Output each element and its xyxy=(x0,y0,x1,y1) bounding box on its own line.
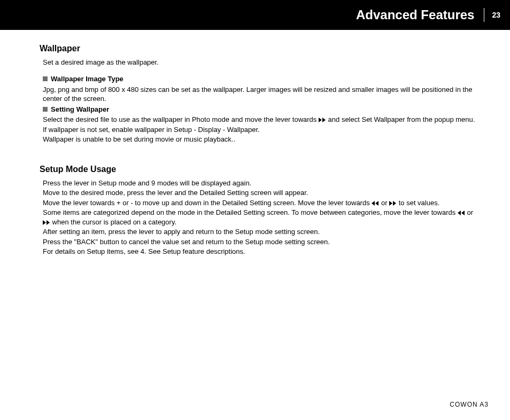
setup-line1: Press the lever in Setup mode and 9 mode… xyxy=(43,178,478,188)
setting-wallpaper-line2: If wallpaper is not set, enable wallpape… xyxy=(43,125,478,135)
setup-line2: Move to the desired mode, press the leve… xyxy=(43,188,478,198)
setup-line3: Move the lever towards + or - to move up… xyxy=(43,198,478,208)
wallpaper-intro: Set a desired image as the wallpaper. xyxy=(43,58,478,67)
setting-wallpaper-block: Setting Wallpaper Select the desired fil… xyxy=(43,105,478,144)
footer-brand: COWON A3 xyxy=(450,401,489,408)
setup-line5: After setting an item, press the lever t… xyxy=(43,227,478,237)
wallpaper-image-type-body: Jpg, png and bmp of 800 x 480 sizes can … xyxy=(43,85,478,104)
svg-marker-9 xyxy=(47,220,50,225)
svg-marker-0 xyxy=(319,118,322,122)
square-bullet-icon xyxy=(43,76,48,81)
fast-forward-icon xyxy=(389,201,397,206)
section-heading-wallpaper: Wallpaper xyxy=(40,43,478,55)
setup-line6: Press the "BACK" button to cancel the va… xyxy=(43,237,478,247)
setting-wallpaper-line3: Wallpaper is unable to be set during mov… xyxy=(43,135,478,144)
fast-forward-icon xyxy=(319,118,326,122)
setup-line4a: Some items are categorized depend on the… xyxy=(43,208,458,216)
rewind-icon xyxy=(458,211,465,215)
setting-wallpaper-line1: Select the desired file to use as the wa… xyxy=(43,115,478,125)
wallpaper-image-type-heading: Wallpaper Image Type xyxy=(43,74,478,84)
svg-marker-6 xyxy=(458,211,461,215)
wallpaper-image-type-label: Wallpaper Image Type xyxy=(51,74,123,84)
setting-wallpaper-label: Setting Wallpaper xyxy=(51,105,109,114)
section-heading-setup: Setup Mode Usage xyxy=(40,164,478,175)
square-bullet-icon xyxy=(43,107,48,112)
setting-wallpaper-line1a: Select the desired file to use as the wa… xyxy=(43,115,319,123)
page-header-title: Advanced Features xyxy=(356,7,482,22)
header-divider xyxy=(484,8,484,22)
svg-marker-1 xyxy=(322,118,326,122)
svg-marker-4 xyxy=(389,201,392,206)
svg-marker-8 xyxy=(43,220,46,225)
setup-line4b: when the cursor is placed on a category. xyxy=(50,218,176,226)
svg-marker-7 xyxy=(461,211,465,215)
wallpaper-image-type-block: Wallpaper Image Type Jpg, png and bmp of… xyxy=(43,74,478,104)
setup-line3b: to set values. xyxy=(397,199,439,207)
setting-wallpaper-line1b: and select Set Wallpaper from the popup … xyxy=(326,115,475,123)
setup-line7: For details on Setup items, see 4. See S… xyxy=(43,247,478,256)
svg-marker-5 xyxy=(393,201,396,206)
svg-marker-3 xyxy=(375,201,378,206)
setup-line3a: Move the lever towards + or - to move up… xyxy=(43,199,372,207)
setup-line3-or: or xyxy=(379,199,389,207)
fast-forward-icon xyxy=(43,220,50,225)
setup-line4-or: or xyxy=(465,208,473,216)
header-bar: Advanced Features 23 xyxy=(0,0,510,30)
setup-line4: Some items are categorized depend on the… xyxy=(43,208,478,227)
svg-marker-2 xyxy=(372,201,375,206)
page-number: 23 xyxy=(486,11,506,19)
setting-wallpaper-heading: Setting Wallpaper xyxy=(43,105,478,114)
page-content: Wallpaper Set a desired image as the wal… xyxy=(0,30,510,256)
rewind-icon xyxy=(372,201,379,206)
